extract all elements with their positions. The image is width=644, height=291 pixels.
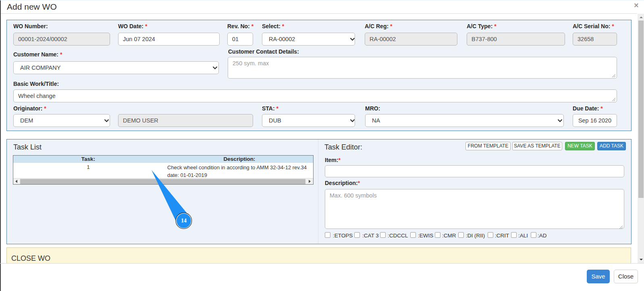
svg-text:14: 14 (181, 218, 187, 224)
